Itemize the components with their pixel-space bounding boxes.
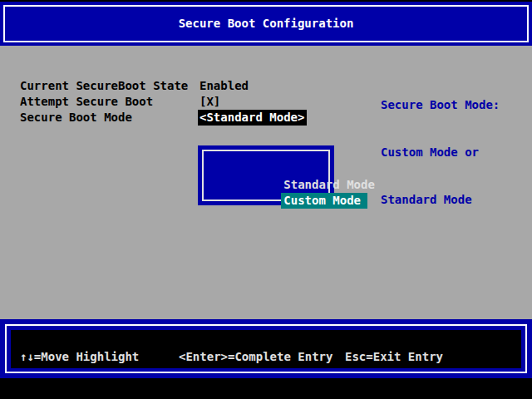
- popup-option-standard-mode[interactable]: Standard Mode: [214, 161, 375, 177]
- attempt-secure-boot-checkbox[interactable]: [X]: [200, 94, 220, 110]
- setting-label: Current SecureBoot State: [20, 78, 188, 94]
- setting-label: Attempt Secure Boot: [20, 94, 153, 110]
- bios-setup-screen: Secure Boot Configuration Current Secure…: [0, 0, 532, 399]
- secureboot-state-value: Enabled: [200, 78, 249, 94]
- hint-exit-entry: Esc=Exit Entry: [345, 349, 443, 365]
- page-title: Secure Boot Configuration: [0, 2, 532, 46]
- setting-label: Secure Boot Mode: [20, 110, 132, 126]
- popup-option-label: Standard Mode: [283, 177, 375, 193]
- help-line: Secure Boot Mode:: [381, 97, 500, 113]
- key-hints-bar: ↑↓=Move Highlight <Enter>=Complete Entry…: [0, 319, 532, 378]
- help-panel: Secure Boot Mode: Custom Mode or Standar…: [381, 66, 500, 239]
- help-line: Custom Mode or: [381, 145, 500, 160]
- popup-option-label: Custom Mode: [281, 193, 367, 209]
- help-line: Standard Mode: [381, 192, 500, 208]
- popup-options: Standard Mode Custom Mode: [214, 161, 375, 193]
- main-area: Current SecureBoot State Enabled Attempt…: [0, 46, 532, 319]
- title-bar: Secure Boot Configuration: [0, 2, 532, 46]
- hint-complete-entry: <Enter>=Complete Entry: [179, 349, 332, 365]
- secure-boot-mode-value[interactable]: <Standard Mode>: [198, 110, 307, 126]
- hint-move-highlight: ↑↓=Move Highlight: [20, 349, 139, 365]
- mode-select-popup: Standard Mode Custom Mode: [198, 145, 334, 205]
